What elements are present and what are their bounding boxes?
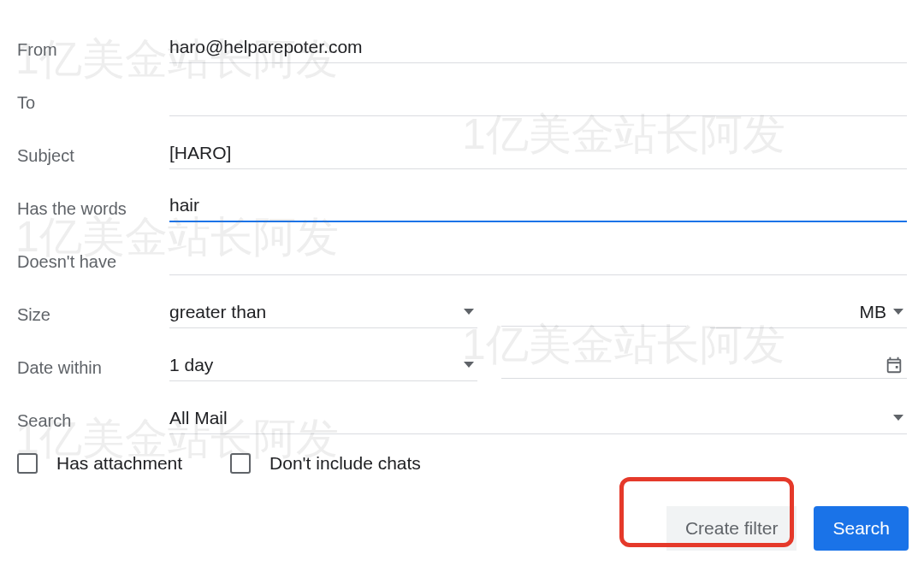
label-subject: Subject	[17, 141, 169, 166]
checkbox-icon	[17, 453, 38, 474]
dont-include-chats-label: Don't include chats	[270, 453, 421, 474]
row-search: Search All Mail	[17, 392, 907, 445]
search-scope-value: All Mail	[169, 408, 886, 428]
row-to: To	[17, 74, 907, 127]
create-filter-button[interactable]: Create filter	[666, 506, 797, 551]
row-from: From	[17, 21, 907, 74]
size-operator-value: greater than	[169, 302, 457, 322]
row-doesnt-have: Doesn't have	[17, 233, 907, 286]
date-picker-field[interactable]	[501, 352, 907, 379]
to-input[interactable]	[169, 85, 907, 116]
checkbox-icon	[230, 453, 251, 474]
row-checkboxes: Has attachment Don't include chats	[17, 445, 907, 482]
subject-input[interactable]	[169, 138, 907, 169]
label-doesnt-have: Doesn't have	[17, 247, 169, 272]
date-within-select[interactable]: 1 day	[169, 350, 477, 381]
chevron-down-icon	[464, 309, 474, 315]
has-attachment-checkbox[interactable]: Has attachment	[17, 453, 182, 474]
from-input[interactable]	[169, 32, 907, 63]
chevron-down-icon	[464, 362, 474, 368]
size-operator-select[interactable]: greater than	[169, 297, 477, 328]
calendar-icon	[885, 356, 903, 374]
row-has-words: Has the words	[17, 180, 907, 233]
search-button[interactable]: Search	[814, 506, 909, 551]
label-has-words: Has the words	[17, 194, 169, 219]
search-scope-select[interactable]: All Mail	[169, 403, 907, 434]
size-unit-select[interactable]: MB	[710, 297, 907, 328]
dont-include-chats-checkbox[interactable]: Don't include chats	[230, 453, 421, 474]
filter-form: From To Subject Has the words Doesn't ha…	[0, 0, 924, 482]
row-date-within: Date within 1 day	[17, 339, 907, 392]
has-attachment-label: Has attachment	[56, 453, 182, 474]
label-to: To	[17, 88, 169, 113]
row-size: Size greater than MB	[17, 286, 907, 339]
row-subject: Subject	[17, 127, 907, 180]
chevron-down-icon	[893, 415, 903, 421]
size-amount-input[interactable]	[501, 298, 686, 327]
chevron-down-icon	[893, 309, 903, 315]
label-search: Search	[17, 406, 169, 431]
label-date-within: Date within	[17, 353, 169, 378]
doesnt-have-input[interactable]	[169, 244, 907, 275]
label-size: Size	[17, 300, 169, 325]
has-words-input[interactable]	[169, 190, 907, 222]
date-within-value: 1 day	[169, 355, 457, 375]
action-bar: Create filter Search	[666, 506, 909, 551]
size-unit-value: MB	[710, 302, 886, 322]
label-from: From	[17, 35, 169, 60]
